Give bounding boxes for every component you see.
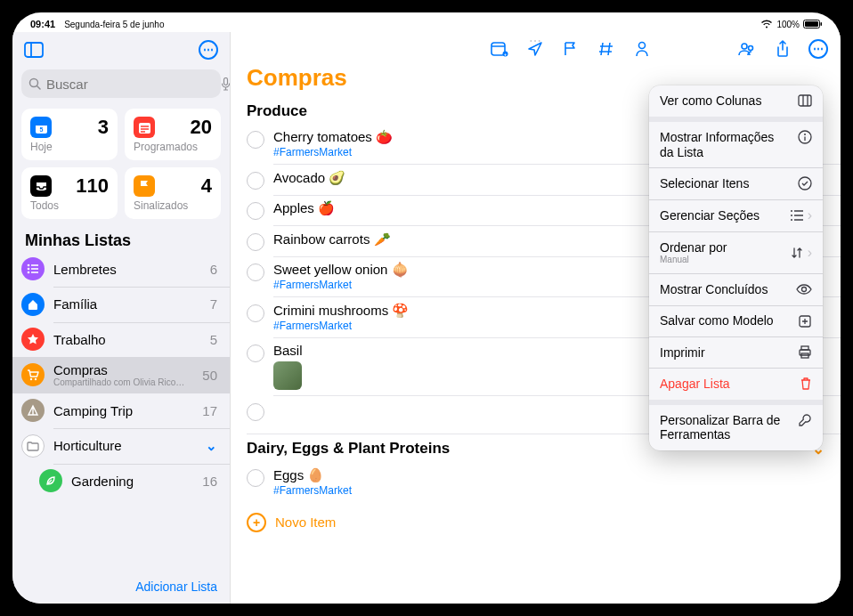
smart-count: 20	[191, 116, 212, 139]
list-title: Compras	[53, 362, 193, 377]
menu-item-selecionar-itens[interactable]: Selecionar Itens	[649, 168, 823, 199]
menu-label: Personalizar Barra de Ferramentas	[660, 413, 789, 443]
menu-item-mostrar-conclu-dos[interactable]: Mostrar Concluídos	[649, 274, 823, 305]
smart-card-todos[interactable]: 110 Todos	[21, 167, 118, 219]
checkbox-icon[interactable]	[247, 403, 264, 421]
svg-point-27	[639, 43, 646, 49]
menu-item-gerenciar-se-es[interactable]: Gerenciar Seções ›	[649, 199, 823, 231]
drag-handle-icon[interactable]: ⋯	[529, 34, 542, 48]
svg-line-6	[37, 86, 41, 90]
eye-icon	[796, 284, 812, 295]
list-count: 50	[202, 368, 217, 383]
smart-card-sinalizados[interactable]: 4 Sinalizados	[125, 167, 221, 219]
chevron-down-icon[interactable]: ⌄	[206, 438, 217, 454]
sidebar-item-horticulture[interactable]: Horticulture ⌄	[12, 429, 230, 464]
checkbox-icon[interactable]	[247, 304, 264, 322]
inbox-icon	[30, 175, 52, 197]
flag-icon[interactable]	[561, 39, 581, 59]
svg-point-22	[35, 378, 37, 380]
select-icon	[798, 176, 812, 190]
sidebar-item-lembretes[interactable]: Lembretes 6	[12, 252, 230, 287]
svg-rect-7	[224, 77, 228, 85]
menu-label: Ordenar porManual	[660, 240, 781, 266]
svg-rect-1	[805, 21, 818, 27]
svg-point-43	[802, 288, 807, 292]
list-count: 16	[202, 474, 217, 489]
star-icon	[21, 328, 45, 351]
menu-item-mostrar-informa-es-da-lista[interactable]: Mostrar Informações da Lista	[649, 122, 823, 168]
item-thumbnail[interactable]	[273, 361, 302, 390]
smart-count: 4	[201, 174, 212, 198]
folder-icon	[21, 434, 45, 458]
search-input[interactable]	[21, 69, 221, 98]
sidebar-toggle-icon[interactable]	[21, 37, 46, 62]
checkbox-icon[interactable]	[247, 344, 264, 362]
menu-label: Gerenciar Seções	[660, 208, 781, 223]
menu-label: Salvar como Modelo	[660, 313, 789, 328]
sidebar-item-gardening[interactable]: Gardening 16	[12, 464, 230, 498]
smart-card-programados[interactable]: 20 Programados	[125, 109, 221, 160]
svg-rect-3	[25, 43, 43, 57]
mic-icon[interactable]	[221, 77, 231, 91]
list-title: Família	[53, 296, 201, 312]
checkbox-icon[interactable]	[247, 263, 264, 281]
item-text: Eggs 🥚	[273, 467, 825, 483]
svg-text:5: 5	[39, 126, 43, 133]
trash-icon	[800, 377, 812, 391]
item-tag[interactable]: #FarmersMarket	[273, 484, 825, 497]
reminder-item[interactable]: Eggs 🥚 #FarmersMarket	[231, 462, 841, 502]
sidebar-item-família[interactable]: Família 7	[12, 288, 230, 322]
new-item-button[interactable]: + Novo Item	[231, 502, 841, 541]
smart-label: Sinalizados	[134, 199, 212, 212]
section-title: Dairy, Eggs & Plant Proteins	[247, 440, 450, 458]
list-count: 17	[202, 403, 217, 418]
checkbox-icon[interactable]	[247, 233, 264, 251]
print-icon	[798, 345, 812, 360]
sidebar-item-trabalho[interactable]: Trabalho 5	[12, 322, 230, 357]
share-icon[interactable]	[773, 39, 792, 59]
main-more-icon[interactable]: ⋯	[808, 39, 828, 59]
battery-text: 100%	[776, 20, 800, 29]
checkbox-icon[interactable]	[247, 172, 264, 190]
main-content: ⋯ +	[231, 32, 841, 604]
menu-item-personalizar-barra-de-ferramentas[interactable]: Personalizar Barra de Ferramentas	[649, 405, 823, 451]
menu-item-apagar-lista[interactable]: Apagar Lista	[649, 369, 823, 400]
calendar-icon[interactable]: +	[490, 39, 509, 59]
menu-item-ver-como-colunas[interactable]: Ver como Colunas	[649, 85, 823, 117]
menu-item-ordenar-por[interactable]: Ordenar porManual ›	[649, 232, 823, 274]
add-list-button[interactable]: Adicionar Lista	[135, 580, 217, 594]
svg-point-42	[791, 219, 792, 221]
tent-icon	[21, 399, 45, 422]
status-date: Segunda-feira 5 de junho	[64, 20, 164, 29]
svg-point-17	[28, 268, 30, 271]
svg-point-34	[804, 134, 806, 135]
svg-point-41	[791, 215, 792, 216]
sidebar-item-compras[interactable]: Compras Compartilhado com Olivia Rico… 5…	[12, 357, 230, 393]
checkbox-icon[interactable]	[247, 202, 264, 220]
menu-label: Mostrar Informações da Lista	[660, 130, 789, 160]
svg-point-15	[28, 264, 30, 267]
smart-card-hoje[interactable]: 5 3 Hoje	[21, 109, 118, 160]
collaborate-icon[interactable]	[737, 39, 757, 59]
sidebar-more-icon[interactable]: ⋯	[196, 37, 221, 62]
search-field[interactable]	[46, 77, 215, 92]
svg-rect-9	[36, 123, 47, 126]
svg-rect-2	[821, 22, 823, 26]
menu-sublabel: Manual	[660, 255, 781, 265]
battery-icon	[803, 20, 823, 28]
menu-label: Apagar Lista	[660, 377, 791, 392]
template-icon	[798, 314, 812, 328]
menu-item-salvar-como-modelo[interactable]: Salvar como Modelo	[649, 305, 823, 336]
sections-icon: ›	[790, 207, 812, 223]
sidebar-item-camping-trip[interactable]: Camping Trip 17	[12, 393, 230, 428]
list-icon	[21, 257, 45, 280]
person-icon[interactable]	[632, 39, 652, 59]
list-count: 5	[210, 332, 217, 347]
list-count: 6	[210, 262, 217, 277]
section-title: Produce	[247, 102, 307, 120]
menu-item-imprimir[interactable]: Imprimir	[649, 337, 823, 369]
checkbox-icon[interactable]	[247, 469, 264, 487]
hash-icon[interactable]	[597, 39, 616, 59]
checkbox-icon[interactable]	[247, 131, 264, 149]
svg-text:+: +	[504, 52, 507, 57]
